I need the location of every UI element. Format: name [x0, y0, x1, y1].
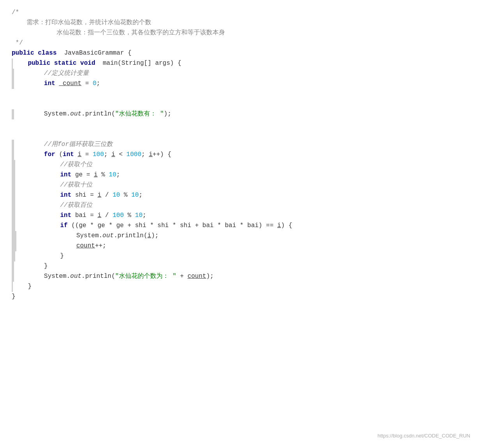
line-comment-open: /*	[8, 8, 478, 18]
line-comment-shi: //获取十位	[8, 180, 478, 190]
line-println-count: System.out.println("水仙花的个数为： " + count);	[8, 272, 478, 282]
ge-declaration: int ge = i % 10;	[15, 170, 120, 180]
line-class-decl: public class JavaBasicGrammar {	[8, 48, 478, 59]
for-loop-decl: for (int i = 100; i < 1000; i++) {	[14, 150, 171, 160]
line-println-i: System.out.println(i);	[8, 231, 478, 241]
line-count-increment: count++;	[8, 241, 478, 251]
if-statement: if ((ge * ge * ge + shi * shi * shi + ba…	[15, 221, 292, 231]
line-close-main: }	[8, 282, 478, 292]
close-class-brace: }	[12, 292, 16, 302]
line-comment-1: 需求：打印水仙花数，并统计水仙花数的个数	[8, 18, 478, 28]
println-count: System.out.println("水仙花的个数为： " + count);	[14, 272, 214, 282]
line-blank-1	[8, 89, 478, 99]
count-increment: count++;	[16, 241, 106, 251]
line-comment-2: 水仙花数：指一个三位数，其各位数字的立方和等于该数本身	[8, 28, 478, 38]
close-for-brace: }	[14, 261, 48, 272]
line-comment-close: */	[8, 38, 478, 48]
count-declaration: int count = 0;	[14, 79, 100, 89]
close-main-brace: }	[13, 282, 32, 292]
line-close-for: }	[8, 261, 478, 272]
line-println-1: System.out.println("水仙花数有： ");	[8, 109, 478, 119]
comment-ge: //获取个位	[15, 160, 92, 170]
comment-bai: //获取百位	[15, 201, 92, 211]
comment-shi: //获取十位	[15, 180, 92, 190]
line-close-class: }	[8, 292, 478, 302]
close-if-brace: }	[15, 251, 64, 261]
println-narcissus-header: System.out.println("水仙花数有： ");	[14, 109, 171, 119]
comment-for-loop: //用for循环获取三位数	[14, 140, 113, 150]
comment-line1: 需求：打印水仙花数，并统计水仙花数的个数	[12, 18, 151, 28]
comment-open: /*	[12, 8, 19, 18]
line-blank-4	[8, 130, 478, 140]
line-comment-for: //用for循环获取三位数	[8, 140, 478, 150]
main-declaration: public static void main(String[] args) {	[13, 59, 181, 69]
line-if-stmt: if ((ge * ge * ge + shi * shi * shi + ba…	[8, 221, 478, 231]
comment-line2: 水仙花数：指一个三位数，其各位数字的立方和等于该数本身	[12, 28, 225, 38]
line-blank-3	[8, 119, 478, 130]
line-comment-define: //定义统计变量	[8, 69, 478, 79]
line-comment-ge: //获取个位	[8, 160, 478, 170]
line-comment-bai: //获取百位	[8, 201, 478, 211]
line-count-decl: int count = 0;	[8, 79, 478, 89]
line-bai-decl: int bai = i / 100 % 10;	[8, 211, 478, 221]
watermark: https://blog.csdn.net/CODE_CODE_RUN	[377, 432, 470, 440]
bai-declaration: int bai = i / 100 % 10;	[15, 211, 146, 221]
comment-define: //定义统计变量	[14, 69, 89, 79]
code-container: /* 需求：打印水仙花数，并统计水仙花数的个数 水仙花数：指一个三位数，其各位数…	[0, 0, 478, 448]
line-ge-decl: int ge = i % 10;	[8, 170, 478, 180]
comment-close: */	[12, 38, 23, 48]
line-main-decl: public static void main(String[] args) {	[8, 59, 478, 69]
line-blank-2	[8, 99, 478, 109]
line-close-if: }	[8, 251, 478, 261]
class-declaration: public class JavaBasicGrammar {	[12, 48, 131, 59]
shi-declaration: int shi = i / 10 % 10;	[15, 190, 143, 201]
line-for-loop: for (int i = 100; i < 1000; i++) {	[8, 150, 478, 160]
line-shi-decl: int shi = i / 10 % 10;	[8, 190, 478, 201]
println-i: System.out.println(i);	[16, 231, 159, 241]
